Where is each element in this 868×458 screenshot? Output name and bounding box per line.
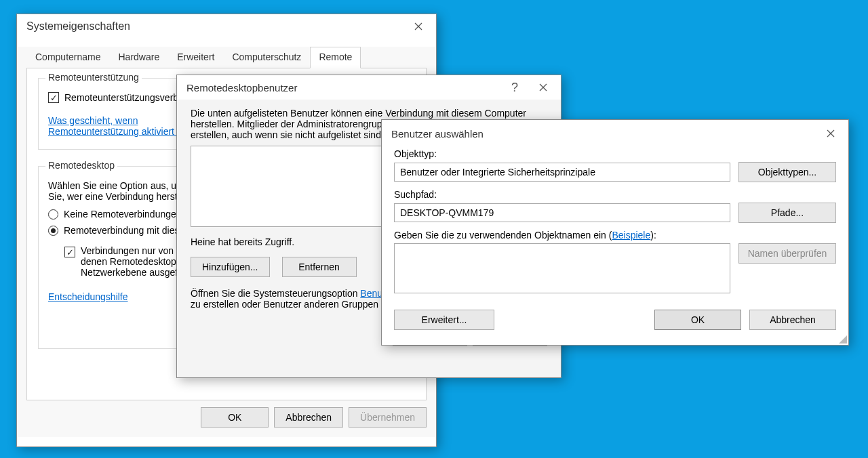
selu-titlebar: Benutzer auswählen [382, 120, 848, 147]
close-icon[interactable] [528, 77, 558, 98]
close-icon[interactable] [816, 123, 846, 144]
link-decision-help[interactable]: Entscheidungshilfe [48, 291, 128, 302]
search-path-field: DESKTOP-QVMM179 [394, 203, 730, 222]
object-names-prefix: Geben Sie die zu verwendenden Objektname… [394, 230, 612, 241]
tab-computerschutz[interactable]: Computerschutz [223, 47, 310, 68]
rdu-title: Remotedesktopbenutzer [186, 82, 501, 93]
legend-remote-assist: Remoteunterstützung [45, 72, 142, 83]
checkbox-icon [48, 92, 59, 103]
tab-remote[interactable]: Remote [310, 47, 361, 68]
ok-button[interactable]: OK [654, 310, 741, 330]
help-icon[interactable]: ? [501, 77, 528, 98]
object-names-suffix: ): [650, 230, 656, 241]
advanced-button[interactable]: Erweitert... [394, 310, 494, 330]
link-what-happens[interactable]: Was geschieht, wenn Remoteunterstützung … [48, 115, 192, 137]
cancel-button[interactable]: Abbrechen [274, 407, 343, 428]
ok-button[interactable]: OK [201, 407, 269, 428]
object-type-label: Objekttyp: [394, 148, 836, 159]
object-names-input[interactable] [394, 243, 730, 293]
radio-icon [48, 226, 58, 236]
sysprops-button-row: OK Abbrechen Übernehmen [17, 400, 436, 437]
rdu-titlebar: Remotedesktopbenutzer ? [177, 75, 561, 100]
sysprops-title: Systemeigenschaften [26, 20, 403, 33]
add-button[interactable]: Hinzufügen... [191, 257, 270, 277]
close-icon[interactable] [403, 16, 433, 37]
search-path-label: Suchpfad: [394, 189, 836, 200]
apply-button[interactable]: Übernehmen [349, 407, 427, 428]
sysprops-tabs: Computername Hardware Erweitert Computer… [26, 47, 427, 68]
tab-hardware[interactable]: Hardware [110, 47, 169, 68]
resize-grip-icon[interactable] [837, 334, 847, 344]
radio-icon [48, 209, 58, 220]
tab-erweitert[interactable]: Erweitert [168, 47, 223, 68]
cancel-button[interactable]: Abbrechen [749, 310, 836, 330]
rdu-cp-prefix: Öffnen Sie die Systemsteuerungsoption [191, 288, 360, 299]
paths-button[interactable]: Pfade... [738, 203, 836, 223]
link-examples[interactable]: Beispiele [612, 230, 650, 241]
sysprops-titlebar: Systemeigenschaften [17, 14, 436, 39]
remove-button[interactable]: Entfernen [282, 257, 357, 277]
checkbox-icon [64, 247, 75, 257]
object-names-label: Geben Sie die zu verwendenden Objektname… [394, 230, 836, 241]
tab-computername[interactable]: Computername [26, 47, 110, 68]
selu-body: Objekttyp: Benutzer oder Integrierte Sic… [382, 147, 848, 337]
object-type-field: Benutzer oder Integrierte Sicherheitspri… [394, 163, 730, 182]
select-users-window: Benutzer auswählen Objekttyp: Benutzer o… [381, 119, 849, 346]
object-types-button[interactable]: Objekttypen... [738, 162, 836, 182]
legend-remote-desktop: Remotedesktop [45, 160, 117, 171]
check-names-button[interactable]: Namen überprüfen [738, 243, 836, 264]
selu-title: Benutzer auswählen [391, 128, 816, 140]
